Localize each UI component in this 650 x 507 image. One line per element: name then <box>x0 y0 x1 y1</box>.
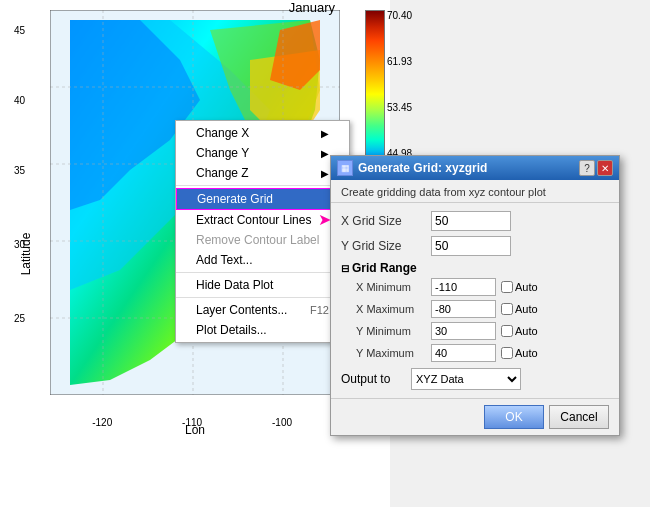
x-axis-label: Lon <box>185 423 205 437</box>
x-max-row: X Maximum Auto <box>341 300 609 318</box>
x-grid-size-row: X Grid Size <box>341 211 609 231</box>
dialog-titlebar: ▦ Generate Grid: xyzgrid ? ✕ <box>331 156 619 180</box>
colorbar-val3: 53.45 <box>387 102 412 113</box>
x-max-input[interactable] <box>431 300 496 318</box>
menu-change-x[interactable]: Change X ▶ <box>176 123 349 143</box>
y-max-input[interactable] <box>431 344 496 362</box>
separator-3 <box>176 297 349 298</box>
dialog-help-button[interactable]: ? <box>579 160 595 176</box>
menu-layer-contents[interactable]: Layer Contents... F12 <box>176 300 349 320</box>
layer-contents-shortcut: F12 <box>310 304 329 316</box>
y-max-auto-checkbox[interactable] <box>501 347 513 359</box>
dialog-close-button[interactable]: ✕ <box>597 160 613 176</box>
x-min-auto: Auto <box>501 281 538 293</box>
x-min-row: X Minimum Auto <box>341 278 609 296</box>
y-max-label: Y Maximum <box>356 347 431 359</box>
x-max-auto: Auto <box>501 303 538 315</box>
x-tick-120: -120 <box>92 417 112 428</box>
y-grid-size-row: Y Grid Size <box>341 236 609 256</box>
generate-grid-dialog: ▦ Generate Grid: xyzgrid ? ✕ Create grid… <box>330 155 620 436</box>
dialog-title-left: ▦ Generate Grid: xyzgrid <box>337 160 487 176</box>
x-min-label: X Minimum <box>356 281 431 293</box>
dialog-footer: OK Cancel <box>331 398 619 435</box>
ok-button[interactable]: OK <box>484 405 544 429</box>
x-tick-100: -100 <box>272 417 292 428</box>
menu-change-y[interactable]: Change Y ▶ <box>176 143 349 163</box>
x-min-input[interactable] <box>431 278 496 296</box>
y-min-auto-checkbox[interactable] <box>501 325 513 337</box>
menu-change-z[interactable]: Change Z ▶ <box>176 163 349 183</box>
y-min-row: Y Minimum Auto <box>341 322 609 340</box>
submenu-arrow: ▶ <box>321 168 329 179</box>
x-max-auto-checkbox[interactable] <box>501 303 513 315</box>
dialog-subtitle: Create gridding data from xyz contour pl… <box>331 180 619 203</box>
output-row: Output to XYZ Data Matrix Data New Works… <box>341 368 609 390</box>
x-max-label: X Maximum <box>356 303 431 315</box>
grid-range-section: ⊟ Grid Range <box>341 261 609 275</box>
y-tick-35: 35 <box>14 164 25 175</box>
y-min-input[interactable] <box>431 322 496 340</box>
collapse-icon[interactable]: ⊟ <box>341 263 349 274</box>
y-tick-30: 30 <box>14 239 25 250</box>
menu-generate-grid[interactable]: Generate Grid <box>176 188 349 210</box>
cancel-button[interactable]: Cancel <box>549 405 609 429</box>
separator-2 <box>176 272 349 273</box>
context-menu: Change X ▶ Change Y ▶ Change Z ▶ Generat… <box>175 120 350 343</box>
plot-title: January <box>289 0 335 15</box>
dialog-title-text: Generate Grid: xyzgrid <box>358 161 487 175</box>
output-label: Output to <box>341 372 411 386</box>
submenu-arrow: ▶ <box>321 128 329 139</box>
y-tick-25: 25 <box>14 313 25 324</box>
colorbar-max: 70.40 <box>387 10 412 21</box>
dialog-body: X Grid Size Y Grid Size ⊟ Grid Range X M… <box>331 203 619 398</box>
x-min-auto-checkbox[interactable] <box>501 281 513 293</box>
y-min-label: Y Minimum <box>356 325 431 337</box>
colorbar-val2: 61.93 <box>387 56 412 67</box>
separator-1 <box>176 185 349 186</box>
dialog-window-controls: ? ✕ <box>579 160 613 176</box>
y-min-auto: Auto <box>501 325 538 337</box>
y-grid-size-label: Y Grid Size <box>341 239 431 253</box>
y-grid-size-input[interactable] <box>431 236 511 256</box>
y-tick-40: 40 <box>14 94 25 105</box>
submenu-arrow: ▶ <box>321 148 329 159</box>
dialog-icon: ▦ <box>337 160 353 176</box>
y-max-row: Y Maximum Auto <box>341 344 609 362</box>
y-max-auto: Auto <box>501 347 538 359</box>
y-tick-45: 45 <box>14 24 25 35</box>
pink-arrow-indicator: ➤ <box>318 210 331 229</box>
menu-add-text[interactable]: Add Text... <box>176 250 349 270</box>
menu-plot-details[interactable]: Plot Details... <box>176 320 349 340</box>
menu-remove-contour: Remove Contour Label <box>176 230 349 250</box>
menu-hide-data-plot[interactable]: Hide Data Plot <box>176 275 349 295</box>
x-grid-size-label: X Grid Size <box>341 214 431 228</box>
output-select[interactable]: XYZ Data Matrix Data New Worksheet <box>411 368 521 390</box>
x-grid-size-input[interactable] <box>431 211 511 231</box>
